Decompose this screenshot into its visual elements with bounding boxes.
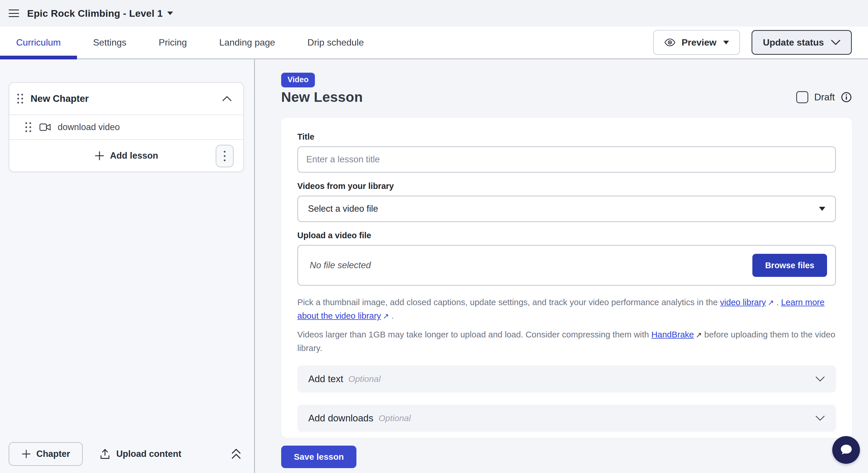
tabs: Curriculum Settings Pricing Landing page… <box>0 27 380 58</box>
chat-widget-button[interactable] <box>832 436 860 464</box>
video-camera-icon <box>39 122 51 132</box>
add-downloads-chevron-down-icon <box>815 415 825 421</box>
add-chapter-button[interactable]: Chapter <box>9 442 83 466</box>
plus-icon <box>94 151 105 161</box>
upload-content-button[interactable]: Upload content <box>99 448 181 460</box>
chapter-card: New Chapter download video <box>9 82 244 172</box>
update-status-chevron-down-icon <box>831 39 841 45</box>
add-downloads-optional-label: Optional <box>379 413 411 423</box>
select-caret-down-icon <box>819 207 825 211</box>
chapter-collapse-chevron-up-icon[interactable] <box>222 96 232 101</box>
external-link-arrow-icon: ↗ <box>766 296 774 309</box>
no-file-text: No file selected <box>310 260 371 271</box>
upload-field-label: Upload a video file <box>297 231 836 240</box>
add-text-optional-label: Optional <box>348 374 381 384</box>
video-library-link[interactable]: video library↗ <box>720 297 774 307</box>
lesson-editor: Video New Lesson Draft Title Videos from… <box>256 59 868 473</box>
tab-curriculum[interactable]: Curriculum <box>0 27 77 58</box>
add-lesson-label: Add lesson <box>110 151 158 161</box>
handbrake-link[interactable]: HandBrake <box>651 330 694 339</box>
lesson-title-input[interactable] <box>297 146 836 173</box>
lesson-type-badge: Video <box>281 73 315 87</box>
preview-button-label: Preview <box>681 37 716 48</box>
tab-actions: Preview Update status <box>653 27 868 58</box>
add-chapter-label: Chapter <box>36 449 70 459</box>
save-lesson-button[interactable]: Save lesson <box>281 446 356 468</box>
help-text: . <box>389 311 394 320</box>
chapter-footer: Add lesson <box>9 139 243 171</box>
library-field-label: Videos from your library <box>297 181 836 191</box>
info-icon[interactable] <box>841 91 852 103</box>
title-field-label: Title <box>297 132 836 141</box>
lesson-form-card: Title Videos from your library Select a … <box>281 118 852 438</box>
curriculum-sidebar: New Chapter download video <box>0 59 255 473</box>
update-status-button[interactable]: Update status <box>751 30 852 55</box>
draft-checkbox[interactable] <box>796 91 808 103</box>
add-downloads-label: Add downloads <box>308 413 373 424</box>
chat-bubble-icon <box>838 442 854 458</box>
add-text-label: Add text <box>308 374 343 384</box>
hamburger-menu-icon[interactable] <box>9 9 19 17</box>
tab-drip-schedule[interactable]: Drip schedule <box>291 27 380 58</box>
video-library-link-label: video library <box>720 297 766 307</box>
tab-bar: Curriculum Settings Pricing Landing page… <box>0 27 868 59</box>
add-lesson-button[interactable]: Add lesson <box>94 151 158 161</box>
help-text: Pick a thumbnail image, add closed capti… <box>297 297 720 307</box>
lesson-row[interactable]: download video <box>9 115 243 139</box>
help-text: Videos larger than 1GB may take longer t… <box>297 330 651 339</box>
add-text-chevron-down-icon <box>815 376 825 382</box>
chapter-header[interactable]: New Chapter <box>9 83 243 115</box>
page-title: New Lesson <box>281 89 363 105</box>
top-header: Epic Rock Climbing - Level 1 <box>0 0 868 27</box>
file-upload-dropzone[interactable]: No file selected Browse files <box>297 245 836 286</box>
help-text: . <box>774 297 781 307</box>
preview-button[interactable]: Preview <box>653 30 740 55</box>
chapter-title[interactable]: New Chapter <box>31 93 89 104</box>
draft-group: Draft <box>796 91 852 103</box>
add-downloads-section[interactable]: Add downloads Optional <box>297 405 836 432</box>
add-text-section[interactable]: Add text Optional <box>297 366 836 392</box>
chapter-kebab-menu-button[interactable] <box>216 145 234 167</box>
draft-label: Draft <box>814 92 835 103</box>
compression-help-text: Videos larger than 1GB may take longer t… <box>297 328 836 354</box>
video-library-select-value: Select a video file <box>308 203 378 214</box>
external-link-arrow-icon: ↗ <box>381 310 389 323</box>
upload-content-label: Upload content <box>116 449 181 459</box>
tab-settings[interactable]: Settings <box>77 27 143 58</box>
lesson-title-row: New Lesson Draft <box>281 89 852 105</box>
course-caret-down-icon[interactable] <box>167 11 173 15</box>
tab-landing-page[interactable]: Landing page <box>203 27 291 58</box>
upload-icon <box>99 448 111 460</box>
browse-files-button[interactable]: Browse files <box>752 254 827 277</box>
lesson-title[interactable]: download video <box>58 122 120 132</box>
course-title[interactable]: Epic Rock Climbing - Level 1 <box>27 8 163 19</box>
video-library-help-text: Pick a thumbnail image, add closed capti… <box>297 296 836 323</box>
update-status-label: Update status <box>763 37 824 48</box>
tab-pricing[interactable]: Pricing <box>143 27 203 58</box>
collapse-all-double-chevron-up-icon[interactable] <box>230 448 242 460</box>
sidebar-footer: Chapter Upload content <box>0 439 254 473</box>
chapter-drag-handle-icon[interactable] <box>17 94 23 103</box>
lesson-drag-handle-icon[interactable] <box>25 122 31 132</box>
app-root: Epic Rock Climbing - Level 1 Curriculum … <box>0 0 868 473</box>
eye-icon <box>664 37 676 48</box>
external-link-arrow-icon: ↗ <box>694 328 702 342</box>
plus-icon <box>21 449 31 459</box>
video-library-select[interactable]: Select a video file <box>297 195 836 222</box>
handbrake-link-label: HandBrake <box>651 330 694 339</box>
preview-caret-down-icon <box>723 41 729 44</box>
